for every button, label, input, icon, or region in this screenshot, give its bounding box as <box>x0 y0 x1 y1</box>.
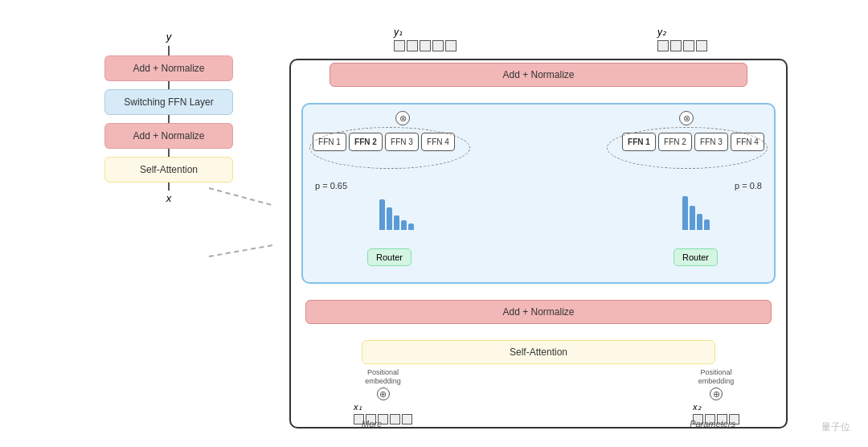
y2-label: y₂ <box>657 27 707 38</box>
right-diagram: y₁ y₂ Add + Normalize <box>289 18 788 429</box>
left-add-norm-bot: Add + Normalize <box>104 123 233 149</box>
arrow-y-down <box>168 46 170 55</box>
watermark: 量子位 <box>821 420 850 434</box>
x2-area: Positionalembedding ⊕ x₂ <box>693 368 739 424</box>
bar-chart-left <box>379 194 414 230</box>
left-self-attn: Self-Attention <box>104 157 233 182</box>
router-left: Router <box>367 248 411 266</box>
left-x-label: x <box>166 192 172 204</box>
x1-label: x₁ <box>354 402 412 412</box>
x2-label: x₂ <box>693 402 739 412</box>
left-diagram: y Add + Normalize Switching FFN Layer Ad… <box>80 31 257 416</box>
p-left-label: p = 0.65 <box>315 181 347 191</box>
p-right-label: p = 0.8 <box>735 181 762 191</box>
arrow3 <box>168 149 170 157</box>
oplus-right: ⊕ <box>710 388 723 400</box>
otimes-right: ⊗ <box>679 111 694 125</box>
oplus-left: ⊕ <box>377 388 390 400</box>
y2-tokens: y₂ <box>657 27 707 51</box>
arrow4 <box>168 182 170 191</box>
router-right: Router <box>674 248 718 266</box>
ffn-ellipse-right <box>607 127 768 169</box>
pos-emb-left-label: Positionalembedding <box>354 368 412 386</box>
right-add-norm-top: Add + Normalize <box>330 63 747 87</box>
inner-blue-box: FFN 1 FFN 2 FFN 3 FFN 4 FFN 1 FFN 2 FFN … <box>301 103 776 284</box>
left-switching-ffn: Switching FFN Layer <box>104 89 233 115</box>
y1-label: y₁ <box>394 27 457 38</box>
more-label: More <box>362 419 382 429</box>
dashed-bot <box>209 244 272 257</box>
arrow1 <box>168 81 170 89</box>
left-add-norm-top: Add + Normalize <box>104 55 233 81</box>
left-y-label: y <box>166 31 172 43</box>
bar-chart-right <box>682 194 710 230</box>
ffn-ellipse-left <box>309 127 470 169</box>
arrow2 <box>168 115 170 123</box>
pos-emb-right-label: Positionalembedding <box>693 368 739 386</box>
x1-area: Positionalembedding ⊕ x₁ <box>354 368 412 424</box>
otimes-left: ⊗ <box>395 111 410 125</box>
right-add-norm-mid: Add + Normalize <box>305 300 772 324</box>
diagram-container: y Add + Normalize Switching FFN Layer Ad… <box>8 6 860 441</box>
right-self-attn: Self-Attention <box>362 340 715 364</box>
params-label: Parameters <box>690 419 735 429</box>
dashed-top <box>209 187 272 206</box>
y1-tokens: y₁ <box>394 27 457 51</box>
